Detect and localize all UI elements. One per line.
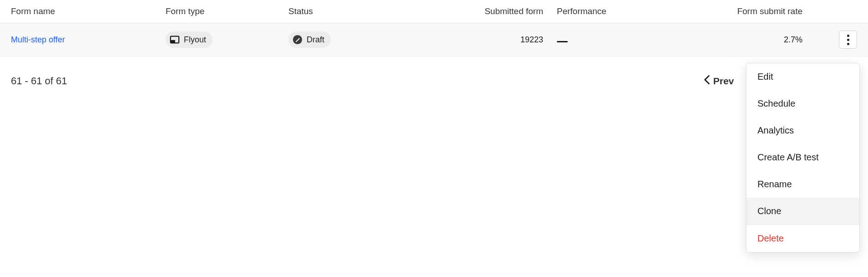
menu-item-edit[interactable]: Edit [747, 63, 859, 90]
cell-status: Draft [288, 31, 457, 48]
cell-submitted: 19223 [457, 35, 557, 45]
table-footer: 61 - 61 of 61 Prev 1 2 3 4 [0, 56, 868, 105]
svg-rect-1 [171, 40, 175, 43]
kebab-icon [847, 34, 849, 46]
flyout-icon [169, 34, 180, 45]
status-label: Draft [307, 35, 324, 45]
header-submitted: Submitted form [457, 6, 557, 16]
header-performance: Performance [557, 6, 675, 16]
table-header-row: Form name Form type Status Submitted for… [0, 0, 868, 23]
table-row: Multi-step offer Flyout [0, 23, 868, 56]
cell-performance [557, 35, 675, 45]
header-form-name: Form name [11, 6, 166, 16]
empty-dash-icon [557, 41, 568, 42]
cell-actions [834, 31, 857, 49]
prev-label: Prev [713, 76, 734, 87]
prev-button[interactable]: Prev [703, 75, 734, 87]
draft-icon [292, 34, 303, 45]
status-pill: Draft [288, 31, 331, 48]
pagination-range: 61 - 61 of 61 [11, 75, 67, 87]
form-type-label: Flyout [184, 35, 206, 45]
header-status: Status [288, 6, 457, 16]
menu-item-schedule[interactable]: Schedule [747, 90, 859, 105]
row-actions-menu: Edit Schedule Analytics Create A/B test … [746, 63, 860, 105]
form-name-link[interactable]: Multi-step offer [11, 35, 65, 44]
header-rate: Form submit rate [675, 6, 834, 16]
forms-table: Form name Form type Status Submitted for… [0, 0, 868, 56]
cell-rate: 2.7% [675, 35, 834, 45]
row-actions-button[interactable] [839, 31, 857, 49]
form-type-pill: Flyout [166, 31, 212, 48]
chevron-left-icon [703, 75, 711, 87]
cell-form-name: Multi-step offer [11, 35, 166, 45]
cell-form-type: Flyout [166, 31, 288, 48]
header-form-type: Form type [166, 6, 288, 16]
